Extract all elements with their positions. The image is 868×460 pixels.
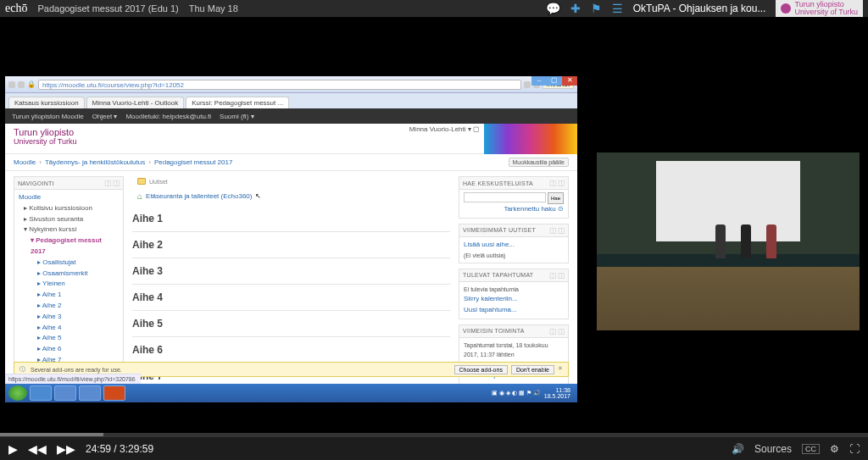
nav-item[interactable]: ▸ Kotisivu kurssiosioon	[19, 203, 119, 214]
course-title[interactable]: OkTuPA - Ohjauksen ja kou...	[633, 3, 766, 14]
moodle-site-name[interactable]: Turun yliopiston Moodle	[12, 113, 84, 120]
chat-icon[interactable]: 💬	[546, 2, 560, 15]
block-controls-icon[interactable]: ◫ ◫	[549, 179, 565, 187]
maximize-icon[interactable]: ▢	[547, 76, 562, 86]
nav-item[interactable]: ▸ Aihe 2	[19, 301, 119, 312]
tray-icons[interactable]: ▣ ◉ ◈ ◐ ▦ ⚑ 🔊	[492, 390, 541, 396]
taskbar-app-icon[interactable]	[79, 385, 101, 401]
nav-back-icon[interactable]	[8, 81, 15, 88]
edit-mode-button[interactable]: Muokkaustila päälle	[509, 158, 569, 167]
topic-heading[interactable]: Aihe 2	[132, 232, 450, 258]
breadcrumb: Moodle› Täydennys- ja henkilöstökoulutus…	[5, 154, 577, 171]
new-post-icon[interactable]: ✚	[570, 2, 581, 15]
close-notification-icon[interactable]: ✕	[558, 365, 563, 374]
forward-button[interactable]: ▶▶	[57, 442, 75, 456]
echo-logo: echō	[5, 2, 27, 15]
nav-item[interactable]: ▸ Sivuston seuranta	[19, 214, 119, 225]
upcoming-events-block: TULEVAT TAPAHTUMAT◫ ◫ Ei tulevia tapahtu…	[459, 269, 569, 319]
screen-share[interactable]: – ▢ ✕ 🔒 https://moodle.utu.fi/course/vie…	[5, 76, 577, 402]
taskbar-app-icon[interactable]	[30, 385, 52, 401]
activity-link[interactable]: Etäseuranta ja tallenteet (Echo360)	[146, 192, 252, 200]
block-controls-icon[interactable]: ◫ ◫	[549, 226, 565, 235]
nav-item[interactable]: Moodle	[19, 192, 119, 203]
home-icon: ⌂	[137, 191, 142, 201]
topic-heading[interactable]: Aihe 6	[132, 337, 450, 363]
breadcrumb-link[interactable]: Moodle	[14, 158, 36, 166]
block-controls-icon[interactable]: ◫ ◫	[549, 327, 565, 335]
choose-addons-button[interactable]: Choose add-ons	[454, 365, 508, 374]
list-icon[interactable]: ☰	[612, 2, 623, 15]
browser-tab[interactable]: Katsaus kurssiosioon	[8, 97, 85, 108]
minimize-icon[interactable]: –	[531, 76, 547, 86]
nav-item[interactable]: ▾ Nykyinen kurssi	[19, 224, 119, 236]
moodle-header: Turun yliopisto University of Turku Minn…	[5, 124, 577, 154]
start-button[interactable]	[8, 385, 27, 401]
no-news-text: (Ei vielä uutisia)	[464, 251, 564, 260]
system-tray[interactable]: ▣ ◉ ◈ ◐ ▦ ⚑ 🔊 11:3818.5.2017	[492, 387, 574, 399]
nav-item[interactable]: ▸ Aihe 5	[19, 333, 119, 344]
moodle-nav-bar: Turun yliopiston Moodle Ohjeet ▾ Moodlet…	[5, 108, 577, 124]
session-date: Thu May 18	[189, 3, 238, 14]
address-bar[interactable]: https://moodle.utu.fi/course/view.php?id…	[38, 80, 521, 90]
add-topic-link[interactable]: Lisää uusi aihe...	[464, 241, 515, 248]
block-controls-icon[interactable]: ◫ ◫	[549, 271, 565, 280]
window-controls: – ▢ ✕	[531, 76, 577, 86]
projection-screen	[656, 161, 800, 241]
timecode: 24:59 / 3:29:59	[86, 443, 153, 455]
goto-calendar-link[interactable]: Siirry kalenteriin...	[464, 295, 518, 302]
folder-icon	[137, 178, 146, 185]
dont-enable-button[interactable]: Don't enable	[511, 365, 554, 374]
nav-fwd-icon[interactable]	[18, 81, 25, 88]
activity-link[interactable]: Uutiset	[149, 179, 168, 185]
block-title: VIIMEISIN TOIMINTA	[463, 328, 525, 334]
browser-tab[interactable]: Minna Vuorio-Lehti - Outlook	[86, 97, 185, 108]
search-forums-block: HAE KESKUSTELUISTA◫ ◫ Hae Tarkennettu ha…	[459, 176, 569, 219]
presenter	[741, 224, 751, 258]
echo-controls-bar: ▶ ◀◀ ▶▶ 24:59 / 3:29:59 🔊 Sources CC ⚙ ⛶	[0, 436, 868, 460]
nav-item[interactable]: ▸ Aihe 3	[19, 312, 119, 323]
topic-heading[interactable]: Aihe 5	[132, 311, 450, 337]
session-title: Padagogiset messut 2017 (Edu 1)	[37, 3, 178, 14]
block-title: TULEVAT TAPAHTUMAT	[463, 272, 533, 278]
windows-taskbar: ▣ ◉ ◈ ◐ ▦ ⚑ 🔊 11:3818.5.2017	[5, 384, 577, 402]
no-events-text: Ei tulevia tapahtumia	[464, 285, 564, 294]
search-button[interactable]: Hae	[548, 192, 564, 204]
sources-button[interactable]: Sources	[754, 443, 792, 455]
reload-icon[interactable]	[524, 81, 531, 88]
new-event-link[interactable]: Uusi tapahtuma...	[464, 306, 517, 313]
rewind-button[interactable]: ◀◀	[28, 442, 47, 456]
topic-heading[interactable]: Aihe 4	[132, 285, 450, 311]
volume-icon[interactable]: 🔊	[732, 443, 744, 455]
brand-stripe	[484, 124, 577, 154]
nav-item[interactable]: ▸ Aihe 1	[19, 290, 119, 301]
cc-button[interactable]: CC	[802, 444, 820, 454]
nav-item[interactable]: ▸ Osaamismerkit	[19, 269, 119, 280]
nav-item[interactable]: ▸ Osallistujat	[19, 258, 119, 269]
lock-icon: 🔒	[27, 80, 36, 89]
close-icon[interactable]: ✕	[562, 76, 577, 86]
breadcrumb-link[interactable]: Täydennys- ja henkilöstökoulutus	[45, 158, 145, 166]
moodle-menu-item[interactable]: Ohjeet ▾	[92, 113, 118, 120]
latest-news-block: VIIMEISIMMÄT UUTISET◫ ◫ Lisää uusi aihe.…	[459, 224, 569, 263]
play-button[interactable]: ▶	[8, 442, 18, 456]
block-title: HAE KESKUSTELUISTA	[463, 180, 533, 186]
moodle-menu-item[interactable]: Suomi (fi) ▾	[220, 113, 253, 120]
forum-search-input[interactable]	[464, 192, 546, 202]
nav-item[interactable]: ▸ Aihe 6	[19, 344, 119, 355]
nav-current-course[interactable]: ▾ Pedagogiset messut 2017	[19, 236, 119, 258]
flag-icon[interactable]: ⚑	[591, 2, 602, 15]
nav-item[interactable]: ▸ Aihe 4	[19, 323, 119, 334]
camera-feed[interactable]	[597, 152, 860, 330]
settings-icon[interactable]: ⚙	[830, 443, 839, 455]
topic-heading[interactable]: Aihe 1	[132, 206, 450, 232]
fullscreen-icon[interactable]: ⛶	[849, 443, 860, 455]
advanced-search-link[interactable]: Tarkennettu haku	[504, 205, 555, 213]
taskbar-app-icon[interactable]	[103, 385, 125, 401]
breadcrumb-link[interactable]: Pedagogiset messut 2017	[154, 158, 233, 166]
block-controls-icon[interactable]: ◫ ◫	[104, 179, 120, 187]
taskbar-app-icon[interactable]	[54, 385, 76, 401]
browser-tab[interactable]: Kurssi: Pedagogiset messut ...	[186, 97, 289, 108]
logged-in-user[interactable]: Minna Vuorio-Lehti ▾ ▢	[409, 125, 480, 133]
topic-heading[interactable]: Aihe 3	[132, 258, 450, 285]
nav-item[interactable]: ▸ Yleinen	[19, 279, 119, 290]
